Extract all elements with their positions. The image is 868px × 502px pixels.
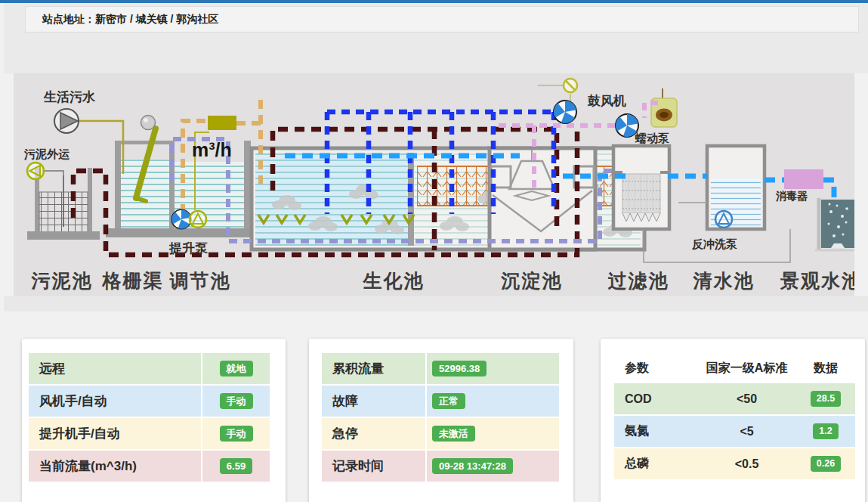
float-ball — [141, 116, 156, 130]
filter-tank — [613, 146, 669, 229]
quality-panel-card: 参数 国家一级A标准 数据 COD <50 28.5 氨氮 <5 1.2 总磷 … — [601, 339, 865, 502]
sludge-out-pump-icon — [27, 163, 44, 179]
status-badge: 未激活 — [432, 426, 475, 442]
value-badge: 0.26 — [811, 456, 841, 472]
flow-meter — [208, 116, 236, 130]
valve-icon — [564, 79, 577, 92]
quality-table-header: 参数 国家一级A标准 数据 — [614, 353, 855, 383]
label-pool-filter: 过滤池 — [608, 270, 669, 291]
row-label: 故障 — [322, 392, 425, 410]
param-name: 氨氮 — [614, 423, 697, 439]
process-flow-diagram: 生活污水 污泥外运 提升泵 m³/h 鼓风机 蠕动泵 反冲洗泵 消毒器 污泥池 … — [14, 73, 854, 296]
backwash-pump-icon — [715, 211, 732, 228]
label-lift-pump: 提升泵 — [168, 241, 209, 256]
table-row: 累积流量 52996.38 — [322, 353, 559, 386]
status-badge: 手动 — [220, 393, 253, 409]
label-pool-clean: 清水池 — [693, 270, 755, 291]
param-name: 总磷 — [614, 456, 697, 472]
site-address-box: 站点地址：新密市 / 城关镇 / 郭沟社区 — [25, 6, 859, 33]
metrics-panel-card: 累积流量 52996.38 故障 正常 急停 未激活 记录时间 09-28 13… — [309, 339, 573, 502]
param-name: COD — [614, 392, 697, 406]
metrics-table: 累积流量 52996.38 故障 正常 急停 未激活 记录时间 09-28 13… — [322, 353, 559, 483]
param-standard: <50 — [697, 392, 796, 406]
label-pool-regulating: 调节池 — [169, 270, 231, 291]
diagram-footer-strip — [4, 296, 868, 311]
row-label: 远程 — [29, 360, 201, 377]
site-address-label: 站点地址：新密市 / 城关镇 / 郭沟社区 — [26, 13, 218, 26]
column-header-param: 参数 — [614, 361, 697, 376]
label-domestic-sewage: 生活污水 — [43, 90, 96, 104]
param-standard: <5 — [697, 425, 796, 438]
status-badge: 正常 — [432, 393, 465, 409]
timestamp-badge: 09-28 13:47:28 — [432, 458, 513, 474]
table-row: 故障 正常 — [322, 386, 559, 418]
row-label: 累积流量 — [322, 360, 425, 377]
status-badge: 就地 — [220, 361, 253, 376]
label-pool-screen: 格栅渠 — [102, 270, 164, 291]
row-label: 提升机手/自动 — [29, 425, 201, 442]
control-panel-card: 远程 就地 风机手/自动 手动 提升机手/自动 手动 当前流量(m^3/h) 6… — [22, 339, 286, 502]
value-badge: 6.59 — [220, 458, 252, 474]
label-blower: 鼓风机 — [587, 94, 626, 108]
table-row: COD <50 28.5 — [614, 383, 855, 416]
lift-pump-valve-icon — [190, 211, 206, 228]
table-row: 提升机手/自动 手动 — [29, 418, 270, 451]
label-flow-unit: m³/h — [192, 139, 232, 160]
value-badge: 28.5 — [811, 391, 841, 407]
column-header-standard: 国家一级A标准 — [697, 361, 796, 376]
label-backwash-pump: 反冲洗泵 — [691, 237, 738, 250]
column-header-data: 数据 — [796, 361, 855, 376]
table-row: 总磷 <0.5 0.26 — [614, 448, 855, 481]
control-table: 远程 就地 风机手/自动 手动 提升机手/自动 手动 当前流量(m^3/h) 6… — [29, 353, 270, 483]
row-label: 记录时间 — [322, 457, 425, 475]
row-label: 急停 — [322, 425, 425, 442]
value-badge: 1.2 — [813, 423, 838, 439]
label-pool-sedimentation: 沉淀池 — [501, 270, 563, 291]
process-flow-svg: 生活污水 污泥外运 提升泵 m³/h 鼓风机 蠕动泵 反冲洗泵 消毒器 污泥池 … — [14, 73, 854, 296]
table-row: 急停 未激活 — [322, 418, 559, 451]
lift-pump-fan-icon — [171, 209, 191, 229]
row-label: 风机手/自动 — [29, 392, 201, 410]
table-row: 记录时间 09-28 13:47:28 — [322, 451, 559, 483]
label-pool-landscape: 景观水池 — [780, 270, 854, 291]
quality-table: 参数 国家一级A标准 数据 COD <50 28.5 氨氮 <5 1.2 总磷 … — [614, 353, 855, 481]
value-badge: 52996.38 — [432, 361, 487, 376]
blower-fan-icon-1 — [554, 101, 576, 123]
table-row: 远程 就地 — [29, 353, 270, 386]
label-disinfector: 消毒器 — [775, 190, 808, 202]
disinfector-unit — [784, 169, 823, 189]
label-pool-sludge: 污泥池 — [31, 270, 93, 291]
scada-page: 站点地址：新密市 / 城关镇 / 郭沟社区 — [0, 0, 868, 502]
table-row: 当前流量(m^3/h) 6.59 — [29, 451, 270, 483]
label-sludge-out: 污泥外运 — [23, 147, 70, 160]
label-peristaltic-pump: 蠕动泵 — [635, 132, 670, 144]
status-badge: 手动 — [220, 426, 253, 442]
param-standard: <0.5 — [697, 457, 796, 471]
sewage-pump-icon — [54, 109, 79, 133]
table-row: 风机手/自动 手动 — [29, 386, 270, 418]
label-pool-biochemical: 生化池 — [363, 270, 425, 291]
table-row: 氨氮 <5 1.2 — [614, 416, 855, 448]
row-label: 当前流量(m^3/h) — [29, 457, 201, 475]
